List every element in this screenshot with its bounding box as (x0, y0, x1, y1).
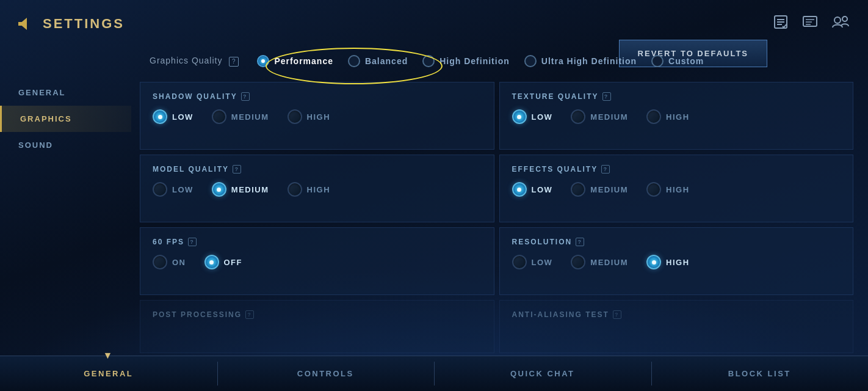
anti-aliasing-help-icon[interactable]: ? (613, 310, 621, 319)
model-medium-option[interactable]: MEDIUM (212, 182, 269, 197)
quality-radio-performance[interactable] (257, 55, 269, 67)
settings-grid: SHADOW QUALITY ? LOW MEDIUM (131, 79, 868, 356)
resolution-options: LOW MEDIUM HIGH (512, 255, 841, 269)
texture-quality-help-icon[interactable]: ? (602, 92, 611, 101)
effects-high-option[interactable]: HIGH (646, 182, 690, 197)
fps-off-radio[interactable] (204, 255, 219, 269)
fps-help-icon[interactable]: ? (188, 238, 197, 246)
quality-radio-custom[interactable] (651, 55, 664, 67)
resolution-high-option[interactable]: HIGH (646, 255, 690, 269)
page-title: SETTINGS (43, 16, 125, 32)
quality-label-performance: Performance (274, 56, 333, 66)
bottom-nav-controls[interactable]: CONTROLS (217, 356, 435, 391)
quality-label-custom: Custom (668, 56, 704, 66)
quality-label-balanced: Balanced (365, 56, 408, 66)
model-high-radio[interactable] (288, 182, 302, 197)
quality-radio-ultra-high[interactable] (524, 55, 537, 67)
texture-low-radio[interactable] (512, 109, 527, 124)
fps-on-label: ON (172, 258, 186, 267)
anti-aliasing-panel: ANTI-ALIASING TEST ? (499, 300, 854, 353)
sidebar-item-sound[interactable]: SOUND (0, 132, 131, 158)
content-area: Graphics Quality ? Performance Balanced (131, 43, 868, 356)
resolution-medium-option[interactable]: MEDIUM (571, 255, 628, 269)
effects-low-option[interactable]: LOW (512, 182, 553, 197)
quality-option-balanced[interactable]: Balanced (348, 55, 408, 67)
quality-label-ultra-high: Ultra High Definition (541, 56, 637, 66)
fps-on-radio[interactable] (153, 255, 167, 269)
resolution-low-option[interactable]: LOW (512, 255, 553, 269)
effects-quality-help-icon[interactable]: ? (601, 165, 610, 174)
quality-option-performance[interactable]: Performance (257, 55, 333, 67)
shadow-medium-option[interactable]: MEDIUM (212, 109, 269, 124)
bottom-nav-quick-chat[interactable]: QUICK CHAT (434, 356, 651, 391)
texture-high-label: HIGH (666, 112, 690, 122)
graphics-quality-help-icon[interactable]: ? (229, 57, 239, 67)
fps-off-option[interactable]: OFF (204, 255, 243, 269)
model-low-option[interactable]: LOW (153, 182, 193, 197)
model-low-radio[interactable] (153, 182, 167, 197)
quality-option-high-definition[interactable]: High Definition (422, 55, 510, 67)
effects-medium-radio[interactable] (571, 182, 585, 197)
effects-quality-title: EFFECTS QUALITY ? (512, 165, 841, 174)
shadow-low-label: LOW (172, 112, 193, 122)
effects-medium-option[interactable]: MEDIUM (571, 182, 628, 197)
post-processing-title: POST PROCESSING ? (153, 310, 482, 319)
quality-option-ultra-high[interactable]: Ultra High Definition (524, 55, 637, 67)
quality-radio-balanced[interactable] (348, 55, 360, 67)
effects-low-label: LOW (532, 185, 553, 194)
back-button[interactable] (12, 13, 34, 35)
model-medium-radio[interactable] (212, 182, 226, 197)
sidebar-item-graphics[interactable]: GRAPHICS (0, 106, 131, 132)
shadow-medium-radio[interactable] (212, 109, 226, 124)
texture-quality-title: TEXTURE QUALITY ? (512, 92, 841, 101)
graphics-quality-options: Performance Balanced High Definition (257, 55, 704, 67)
model-high-option[interactable]: HIGH (288, 182, 331, 197)
resolution-low-radio[interactable] (512, 255, 527, 269)
checklist-icon[interactable] (773, 14, 789, 34)
effects-low-radio[interactable] (512, 182, 527, 197)
svg-rect-1 (18, 22, 27, 26)
resolution-panel: RESOLUTION ? LOW MEDIUM (499, 227, 854, 295)
shadow-quality-options: LOW MEDIUM HIGH (153, 109, 482, 124)
fps-on-option[interactable]: ON (153, 255, 186, 269)
post-processing-help-icon[interactable]: ? (245, 310, 254, 319)
main-content: GENERAL GRAPHICS SOUND Graphics Quality … (0, 43, 868, 356)
shadow-high-option[interactable]: HIGH (288, 109, 331, 124)
post-processing-panel: POST PROCESSING ? (140, 300, 494, 353)
model-quality-options: LOW MEDIUM HIGH (153, 182, 482, 197)
profile-icon[interactable] (831, 14, 850, 34)
texture-medium-radio[interactable] (571, 109, 585, 124)
resolution-help-icon[interactable]: ? (576, 238, 584, 246)
bottom-nav: ▼ GENERAL CONTROLS QUICK CHAT BLOCK LIST (0, 356, 868, 391)
texture-quality-panel: TEXTURE QUALITY ? LOW MEDIUM (499, 82, 854, 150)
resolution-medium-radio[interactable] (571, 255, 585, 269)
shadow-low-radio[interactable] (153, 109, 167, 124)
shadow-quality-title: SHADOW QUALITY ? (153, 92, 482, 101)
texture-high-radio[interactable] (646, 109, 661, 124)
svg-point-11 (842, 16, 847, 21)
texture-low-option[interactable]: LOW (512, 109, 553, 124)
graphics-quality-row: Graphics Quality ? Performance Balanced (131, 43, 868, 79)
shadow-high-radio[interactable] (288, 109, 302, 124)
svg-point-10 (834, 17, 841, 23)
shadow-quality-help-icon[interactable]: ? (241, 92, 250, 101)
texture-high-option[interactable]: HIGH (646, 109, 690, 124)
texture-medium-option[interactable]: MEDIUM (571, 109, 628, 124)
shadow-low-option[interactable]: LOW (153, 109, 193, 124)
resolution-high-radio[interactable] (646, 255, 661, 269)
effects-quality-panel: EFFECTS QUALITY ? LOW MEDIUM (499, 155, 854, 222)
model-quality-help-icon[interactable]: ? (233, 165, 241, 174)
effects-high-radio[interactable] (646, 182, 661, 197)
bottom-nav-general[interactable]: ▼ GENERAL (0, 356, 217, 391)
shadow-medium-label: MEDIUM (231, 112, 269, 122)
sidebar-item-general[interactable]: GENERAL (0, 79, 131, 106)
chat-icon[interactable] (802, 14, 818, 34)
texture-quality-options: LOW MEDIUM HIGH (512, 109, 841, 124)
quality-label-high-definition: High Definition (439, 56, 510, 66)
graphics-quality-label: Graphics Quality ? (150, 56, 239, 66)
bottom-nav-block-list[interactable]: BLOCK LIST (651, 356, 869, 391)
shadow-high-label: HIGH (307, 112, 331, 122)
shadow-quality-panel: SHADOW QUALITY ? LOW MEDIUM (140, 82, 494, 150)
quality-radio-high-definition[interactable] (422, 55, 435, 67)
quality-option-custom[interactable]: Custom (651, 55, 704, 67)
